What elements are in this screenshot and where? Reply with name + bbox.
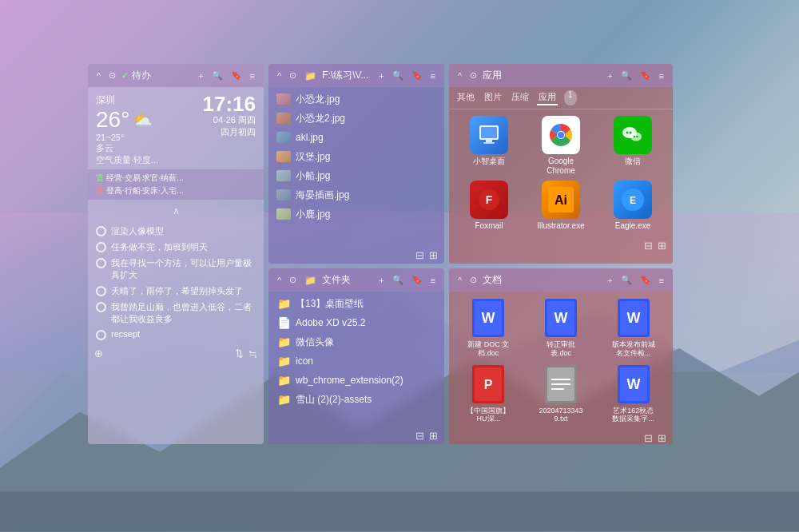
list-item[interactable]: 📁 icon [273, 352, 439, 370]
files-view-grid-icon[interactable]: ⊞ [429, 249, 438, 261]
apps-collapse-icon[interactable]: ^ [455, 70, 464, 81]
list-item[interactable]: 我曾踏足山巅，也曾进入低谷，二者都让我收益良多 [96, 301, 256, 325]
docs-search-icon[interactable]: 🔍 [618, 274, 634, 286]
svg-rect-6 [486, 140, 492, 142]
todo-search-icon[interactable]: 🔍 [209, 69, 225, 81]
doc-item-4[interactable]: P 【中国国旗】HU深... [455, 364, 522, 424]
apps-search-icon[interactable]: 🔍 [618, 69, 634, 81]
files-search-icon[interactable]: 🔍 [390, 69, 406, 81]
list-item[interactable]: 📁 微信头像 [273, 333, 439, 351]
files-collapse-icon[interactable]: ^ [275, 70, 284, 81]
time-display: 17:16 [203, 93, 256, 114]
tab-apps[interactable]: 应用 [537, 90, 558, 105]
list-item[interactable]: 汉堡.jpg [273, 148, 439, 165]
app-item-eagle[interactable]: E Eagle.exe [599, 181, 666, 231]
folder-view-grid-icon[interactable]: ⊞ [429, 430, 438, 442]
list-item[interactable]: 小恐龙.jpg [273, 90, 439, 108]
tab-count: 1 [564, 90, 577, 105]
files-panel-header: ^ ⊙ 📁 F:\练习\V... + 🔍 🔖 ≡ [268, 64, 444, 87]
list-item[interactable]: recsept [96, 329, 256, 340]
files-save-icon[interactable]: 🔖 [409, 69, 425, 81]
list-item[interactable]: akl.jpg [273, 129, 439, 146]
folder-name: 微信头像 [296, 335, 334, 349]
docs-save-icon[interactable]: 🔖 [638, 274, 654, 286]
apps-menu-icon[interactable]: ≡ [657, 70, 666, 81]
app-item-wechat[interactable]: 微信 [599, 116, 666, 176]
list-item[interactable]: 📄 Adobe XD v25.2 [273, 314, 439, 332]
docs-header-actions: + 🔍 🔖 ≡ [605, 274, 666, 286]
todo-collapse-icon[interactable]: ^ [94, 70, 103, 81]
docs-view-list-icon[interactable]: ⊟ [644, 432, 653, 444]
todo-checkbox[interactable] [96, 330, 106, 340]
todo-save-icon[interactable]: 🔖 [229, 69, 244, 81]
todo-menu-icon[interactable]: ≡ [248, 70, 257, 81]
apps-pin-icon[interactable]: ⊙ [467, 69, 479, 81]
folder-pin-icon[interactable]: ⊙ [287, 274, 299, 286]
todo-checkbox[interactable] [96, 258, 106, 268]
folder-search-icon[interactable]: 🔍 [390, 274, 406, 286]
todo-text: 我在寻找一个方法，可以让用户量极具扩大 [111, 257, 256, 281]
todo-panel-title: 待办 [132, 69, 193, 82]
files-add-icon[interactable]: + [376, 70, 386, 81]
list-item[interactable]: 📁 【13】桌面壁纸 [273, 295, 439, 312]
todo-chevron-up[interactable]: ∧ [173, 205, 180, 216]
apps-save-icon[interactable]: 🔖 [638, 69, 654, 81]
list-item[interactable]: 渲染人像模型 [96, 225, 256, 237]
files-menu-icon[interactable]: ≡ [428, 70, 438, 81]
todo-filter-icon[interactable]: ≒ [248, 347, 257, 359]
docs-add-icon[interactable]: + [605, 275, 614, 286]
list-item[interactable]: 小船.jpg [273, 167, 439, 185]
list-item[interactable]: 小恐龙2.jpg [273, 109, 439, 127]
list-item[interactable]: 小鹿.jpg [273, 205, 439, 223]
doc-item-5[interactable]: 202047133439.txt [528, 364, 594, 424]
todo-checkbox[interactable] [96, 226, 106, 236]
apps-add-icon[interactable]: + [605, 70, 614, 81]
app-item-xiaozhi[interactable]: 小智桌面 [455, 116, 523, 176]
todo-sort-icon[interactable]: ⇅ [235, 347, 244, 359]
list-item[interactable]: 天晴了，雨停了，希望别掉头发了 [96, 285, 256, 297]
list-item[interactable]: 我在寻找一个方法，可以让用户量极具扩大 [96, 257, 256, 281]
files-pin-icon[interactable]: ⊙ [287, 69, 299, 81]
todo-add-footer-icon[interactable]: ⊕ [94, 347, 103, 359]
todo-text: 天晴了，雨停了，希望别掉头发了 [111, 285, 243, 297]
folder-panel-content: 📁 【13】桌面壁纸 📄 Adobe XD v25.2 📁 微信头像 📁 ico… [268, 292, 444, 427]
folder-save-icon[interactable]: 🔖 [409, 274, 425, 286]
tab-other[interactable]: 其他 [455, 90, 476, 105]
app-item-foxmail[interactable]: F Foxmail [455, 181, 523, 231]
todo-checkbox[interactable] [96, 286, 106, 296]
app-item-chrome[interactable]: Google Chrome [527, 116, 594, 176]
list-item[interactable]: 📁 wb_chrome_extension(2) [273, 371, 439, 389]
doc-icon-wrap-5 [543, 364, 578, 404]
folder-view-list-icon[interactable]: ⊟ [415, 430, 424, 442]
file-name: 小恐龙2.jpg [296, 112, 345, 125]
list-item[interactable]: 任务做不完，加班到明天 [96, 241, 256, 253]
todo-text: 渲染人像模型 [111, 225, 164, 237]
list-item[interactable]: 📁 雪山 (2)(2)-assets [273, 391, 439, 408]
doc-item-1[interactable]: W 新建 DOC 文档.doc [455, 298, 522, 358]
todo-pin-icon[interactable]: ⊙ [106, 69, 118, 81]
docs-pin-icon[interactable]: ⊙ [467, 274, 479, 286]
docs-collapse-icon[interactable]: ^ [455, 275, 464, 286]
docs-panel: ^ ⊙ 文档 + 🔍 🔖 ≡ W 新建 DOC 文档.doc [449, 268, 673, 444]
list-item[interactable]: 海晏插画.jpg [273, 186, 439, 204]
todo-checkbox[interactable] [96, 302, 106, 312]
doc-item-3[interactable]: W 版本发布前城名文件检... [600, 298, 666, 358]
svg-rect-2 [0, 492, 799, 532]
doc-item-6[interactable]: W 艺术162秋态数据采集字... [600, 364, 666, 424]
svg-text:W: W [482, 310, 495, 326]
tab-image[interactable]: 图片 [483, 90, 503, 105]
todo-checkbox[interactable] [96, 242, 106, 252]
apps-view-list-icon[interactable]: ⊟ [644, 240, 653, 252]
app-item-illustrator[interactable]: Ai Illustrator.exe [527, 181, 594, 231]
folder-add-icon[interactable]: + [376, 275, 386, 286]
docs-view-grid-icon[interactable]: ⊞ [658, 432, 666, 444]
files-view-list-icon[interactable]: ⊟ [415, 249, 424, 261]
doc-item-2[interactable]: W 转正审批表.doc [528, 298, 594, 358]
docs-menu-icon[interactable]: ≡ [657, 275, 666, 286]
files-panel-footer: ⊟ ⊞ [268, 247, 444, 264]
apps-view-grid-icon[interactable]: ⊞ [658, 240, 666, 252]
todo-add-icon[interactable]: + [196, 70, 205, 81]
folder-menu-icon[interactable]: ≡ [428, 275, 438, 286]
folder-collapse-icon[interactable]: ^ [275, 275, 284, 286]
tab-compress[interactable]: 压缩 [510, 90, 531, 105]
